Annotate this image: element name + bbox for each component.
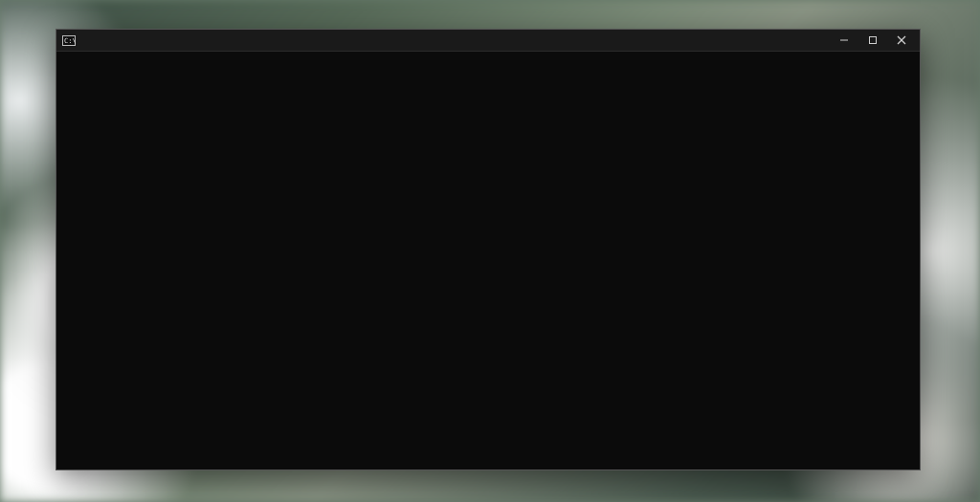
window-controls: [830, 31, 916, 50]
window-titlebar[interactable]: C:\: [56, 30, 920, 52]
command-prompt-window: C:\: [56, 29, 921, 470]
svg-rect-3: [870, 37, 877, 44]
command-prompt-icon: C:\: [62, 34, 76, 46]
minimize-button[interactable]: [830, 31, 858, 50]
maximize-button[interactable]: [858, 31, 887, 50]
svg-text:C:\: C:\: [64, 37, 76, 45]
close-button[interactable]: [887, 31, 916, 50]
terminal-output-area[interactable]: [56, 52, 920, 469]
